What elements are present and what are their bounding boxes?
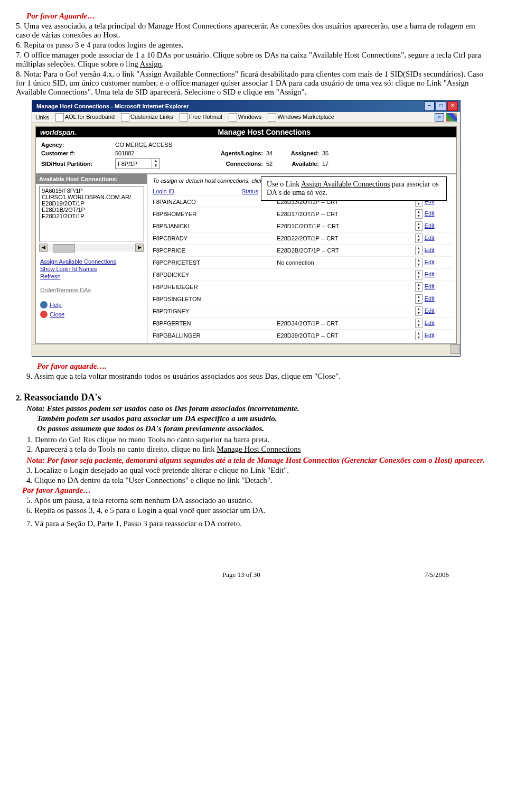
row-spinner[interactable]: ▲▼	[415, 246, 422, 255]
available-list[interactable]: 9A6015/F8P/1P CURSO1.WORLDSPAN.COM.AR/ E…	[39, 186, 144, 242]
spin-up-icon[interactable]: ▲	[416, 246, 422, 250]
scroll-thumb[interactable]	[53, 244, 75, 253]
row-spinner[interactable]: ▲▼	[415, 331, 422, 340]
h-scrollbar[interactable]: ◀ ▶	[39, 244, 144, 251]
spin-down-icon[interactable]: ▼	[416, 299, 422, 303]
callout-a: Use o Link	[267, 180, 301, 188]
edit-link[interactable]: Edit	[422, 259, 435, 265]
cell-conn: E28D2B/2OT/1P -- CRT	[275, 245, 412, 257]
row-spinner[interactable]: ▲▼	[415, 258, 422, 267]
cell-status	[240, 208, 275, 220]
spin-down-icon[interactable]: ▼	[416, 287, 422, 291]
cell-conn	[275, 293, 412, 305]
spin-down-icon[interactable]: ▼	[416, 250, 422, 255]
edit-link[interactable]: Edit	[422, 307, 435, 314]
step-3: 3. Localize o Login desejado ao qual voc…	[26, 466, 491, 475]
agents-label: Agents/Logins:	[205, 150, 266, 156]
scroll-right-icon[interactable]: ▶	[135, 244, 144, 252]
row-spinner[interactable]: ▲▼	[415, 294, 422, 304]
spin-down-icon[interactable]: ▼	[416, 226, 422, 230]
table-row: F8PBHOMEYERE28D17/2OT/1P -- CRT▲▼Edit	[151, 208, 453, 220]
sec2-num: 2.	[16, 394, 22, 402]
spin-down-icon[interactable]: ▼	[416, 202, 422, 206]
cell-conn: E28D22/2OT/1P -- CRT	[275, 232, 412, 245]
page-number: Page 13 of 30	[222, 571, 260, 579]
cell-status	[240, 257, 275, 269]
table-row: F8PCPRICEE28D2B/2OT/1P -- CRT▲▼Edit	[151, 245, 453, 257]
spin-down-icon[interactable]: ▼	[152, 164, 159, 169]
assign-available-link[interactable]: Assign Available Connections	[40, 258, 143, 265]
scroll-left-icon[interactable]: ◀	[39, 244, 48, 252]
close-link[interactable]: Close	[50, 311, 64, 318]
link-marketplace[interactable]: Windows Marketplace	[268, 113, 334, 122]
spin-down-icon[interactable]: ▼	[416, 323, 422, 328]
app-title: Manage Host Connections	[77, 128, 452, 136]
edit-link[interactable]: Edit	[422, 247, 435, 253]
spin-up-icon[interactable]: ▲	[416, 307, 422, 311]
edit-link[interactable]: Edit	[422, 235, 435, 241]
spin-up-icon[interactable]: ▲	[416, 270, 422, 275]
edit-link[interactable]: Edit	[422, 283, 435, 290]
spin-down-icon[interactable]: ▼	[416, 275, 422, 279]
spin-up-icon[interactable]: ▲	[416, 295, 422, 299]
link-windows[interactable]: Windows	[229, 113, 262, 122]
cell-login: F8PDDICKEY	[151, 269, 240, 281]
row-spinner[interactable]: ▲▼	[415, 270, 422, 279]
row-spinner[interactable]: ▲▼	[415, 306, 422, 316]
row-spinner[interactable]: ▲▼	[415, 319, 422, 328]
step-6: 6. Repita os passos 3, 4, e 5 para o Log…	[26, 506, 491, 515]
spin-down-icon[interactable]: ▼	[416, 335, 422, 340]
order-remove-link: Order/Remove DAs	[40, 286, 143, 294]
refresh-link[interactable]: Refresh	[40, 273, 143, 280]
spin-up-icon[interactable]: ▲	[416, 283, 422, 287]
edit-link[interactable]: Edit	[422, 271, 435, 277]
spin-down-icon[interactable]: ▼	[416, 238, 422, 242]
link-hotmail[interactable]: Free Hotmail	[180, 113, 222, 122]
col-login[interactable]: Login ID	[151, 187, 240, 196]
link-customize[interactable]: Customize Links	[121, 113, 173, 122]
row-spinner[interactable]: ▲▼	[415, 282, 422, 292]
scroll-down-icon[interactable]	[450, 344, 460, 354]
spin-down-icon[interactable]: ▼	[416, 214, 422, 218]
edit-link[interactable]: Edit	[422, 332, 435, 338]
close-button[interactable]: ×	[447, 101, 458, 111]
para-5: 5. Uma vez associado, a tela principal d…	[16, 22, 491, 40]
minimize-button[interactable]: –	[424, 101, 435, 111]
note-2: Também podem ser usados para associar um…	[37, 414, 491, 423]
maximize-button[interactable]: □	[436, 101, 446, 111]
list-item[interactable]: CURSO1.WORLDSPAN.COM.AR/	[42, 194, 141, 200]
info-grid: Agency: GO MERGE ACCESS Customer #: 5018…	[36, 137, 456, 174]
edit-link[interactable]: Edit	[422, 295, 435, 302]
show-login-names-link[interactable]: Show Login Id Names	[40, 265, 143, 273]
spin-down-icon[interactable]: ▼	[416, 263, 422, 267]
available-header: Available Host Connections:	[36, 174, 147, 184]
spin-up-icon[interactable]: ▲	[416, 234, 422, 238]
spin-up-icon[interactable]: ▲	[416, 319, 422, 323]
spin-up-icon[interactable]: ▲	[416, 210, 422, 214]
spin-up-icon[interactable]: ▲	[416, 331, 422, 335]
sid-input[interactable]: F8P/1P ▲▼	[115, 158, 160, 169]
list-item[interactable]: 9A6015/F8P/1P	[42, 188, 141, 194]
list-item[interactable]: E28D21/2OT/1P	[42, 213, 141, 219]
table-row: F8PDDICKEY▲▼Edit	[151, 269, 453, 281]
list-item[interactable]: E28D19/2OT/1P	[42, 200, 141, 207]
ie-status-bar	[32, 344, 460, 356]
spin-down-icon[interactable]: ▼	[416, 311, 422, 315]
row-spinner[interactable]: ▲▼	[415, 209, 422, 219]
page-icon	[180, 113, 188, 122]
list-item[interactable]: E28D1B/2OT/1P	[42, 207, 141, 213]
cell-login: F8PBHOMEYER	[151, 208, 240, 220]
link-aol[interactable]: AOL for Broadband	[55, 113, 115, 122]
spin-up-icon[interactable]: ▲	[416, 222, 422, 226]
edit-link[interactable]: Edit	[422, 210, 435, 217]
edit-link[interactable]: Edit	[422, 222, 435, 229]
app-header: worldspan. Manage Host Connections	[36, 127, 456, 137]
help-link[interactable]: Help	[50, 301, 62, 309]
spin-up-icon[interactable]: ▲	[416, 258, 422, 263]
edit-link[interactable]: Edit	[422, 320, 435, 326]
row-spinner[interactable]: ▲▼	[415, 234, 422, 243]
row-spinner[interactable]: ▲▼	[415, 221, 422, 231]
agents-table: Login ID Status Connection/SID/Host Part…	[151, 187, 453, 341]
right-column: To assign or detach host connections, cl…	[147, 174, 456, 343]
links-more-button[interactable]: »	[435, 113, 444, 122]
